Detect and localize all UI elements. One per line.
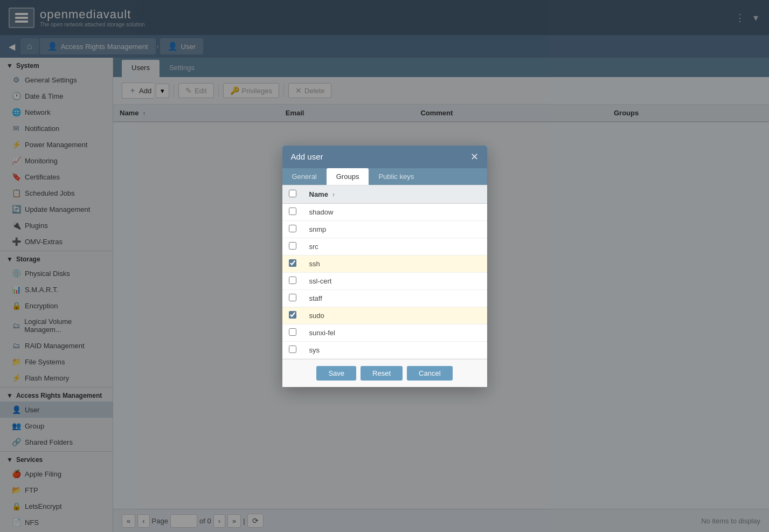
row-name-cell: ssl-cert — [303, 272, 487, 289]
row-checkbox[interactable] — [289, 242, 296, 250]
row-checkbox-cell[interactable] — [282, 289, 303, 307]
row-checkbox-cell[interactable] — [282, 255, 303, 272]
groups-table-header-row: Name ↑ — [282, 185, 487, 204]
row-checkbox[interactable] — [289, 259, 296, 267]
groups-table-body: shadow snmp src ssh ssl-cert staff sudo — [282, 203, 487, 358]
modal-reset-button[interactable]: Reset — [361, 366, 403, 381]
table-row[interactable]: ssh — [282, 255, 487, 272]
table-row[interactable]: sudo — [282, 307, 487, 324]
row-checkbox-cell[interactable] — [282, 307, 303, 324]
row-checkbox-cell[interactable] — [282, 341, 303, 358]
groups-col-name-label: Name — [309, 190, 328, 198]
table-row[interactable]: shadow — [282, 203, 487, 220]
row-name-cell: shadow — [303, 203, 487, 220]
row-checkbox-cell[interactable] — [282, 203, 303, 220]
modal-tab-groups[interactable]: Groups — [327, 168, 369, 185]
groups-col-name[interactable]: Name ↑ — [303, 185, 487, 204]
table-row[interactable]: sunxi-fel — [282, 324, 487, 341]
row-checkbox[interactable] — [289, 311, 296, 319]
table-row[interactable]: sys — [282, 341, 487, 358]
table-row[interactable]: src — [282, 238, 487, 255]
select-all-checkbox[interactable] — [289, 190, 296, 197]
modal-body: Name ↑ shadow snmp src ssh — [282, 185, 487, 359]
modal-close-button[interactable]: ✕ — [470, 152, 479, 162]
row-checkbox[interactable] — [289, 277, 296, 284]
groups-col-checkbox — [282, 185, 303, 204]
modal-footer: Save Reset Cancel — [282, 359, 487, 387]
modal-cancel-button[interactable]: Cancel — [407, 366, 452, 381]
table-row[interactable]: staff — [282, 289, 487, 307]
row-checkbox[interactable] — [289, 294, 296, 301]
row-checkbox[interactable] — [289, 225, 296, 232]
row-checkbox-cell[interactable] — [282, 324, 303, 341]
modal-tab-public-keys[interactable]: Public keys — [369, 168, 424, 185]
modal-tab-general[interactable]: General — [282, 168, 327, 185]
row-name-cell: snmp — [303, 220, 487, 238]
add-user-modal: Add user ✕ General Groups Public keys — [282, 146, 487, 387]
row-name-cell: ssh — [303, 255, 487, 272]
row-name-cell: sys — [303, 341, 487, 358]
modal-table-container[interactable]: Name ↑ shadow snmp src ssh — [282, 185, 487, 359]
modal-title: Add user — [291, 152, 323, 161]
modal-tab-bar: General Groups Public keys — [282, 168, 487, 185]
row-checkbox[interactable] — [289, 328, 296, 336]
row-name-cell: sunxi-fel — [303, 324, 487, 341]
modal-overlay: Add user ✕ General Groups Public keys — [0, 0, 769, 532]
modal-header: Add user ✕ — [282, 146, 487, 168]
table-row[interactable]: ssl-cert — [282, 272, 487, 289]
modal-tab-groups-label: Groups — [336, 172, 359, 181]
row-checkbox[interactable] — [289, 346, 296, 353]
row-name-cell: src — [303, 238, 487, 255]
groups-table: Name ↑ shadow snmp src ssh — [282, 185, 487, 359]
modal-save-button[interactable]: Save — [316, 366, 356, 381]
modal-tab-general-label: General — [292, 172, 317, 181]
row-checkbox-cell[interactable] — [282, 272, 303, 289]
modal-tab-public-keys-label: Public keys — [378, 172, 414, 181]
row-checkbox-cell[interactable] — [282, 220, 303, 238]
row-name-cell: staff — [303, 289, 487, 307]
table-row[interactable]: snmp — [282, 220, 487, 238]
row-checkbox[interactable] — [289, 208, 296, 215]
row-name-cell: sudo — [303, 307, 487, 324]
row-checkbox-cell[interactable] — [282, 238, 303, 255]
groups-sort-arrow-icon: ↑ — [332, 192, 335, 198]
